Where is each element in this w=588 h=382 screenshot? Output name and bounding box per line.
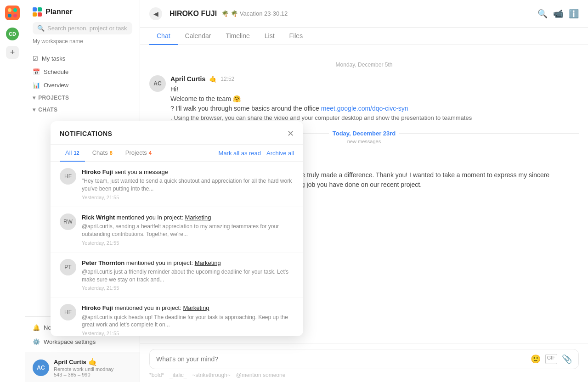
search-icon[interactable]: 🔍	[537, 9, 548, 19]
tab-chat[interactable]: Chat	[149, 28, 178, 45]
notifications-popup-header: NOTIFICATIONS ✕	[51, 121, 303, 145]
notif-time: Yesterday, 21:55	[82, 331, 294, 336]
user-status: Remote work until modnay	[54, 366, 132, 372]
tab-list[interactable]: List	[257, 28, 282, 45]
vacation-emoji: 🌴	[221, 10, 229, 17]
workspace-settings-btn[interactable]: ⚙️ Workspace settings	[25, 335, 140, 349]
workspace-name: My workspace name	[33, 38, 132, 45]
chat-input-area: 🙂 GIF 📎 *bold* _italic_ ~strikethrough~ …	[140, 343, 588, 382]
header-actions: 🔍 📹 ℹ️	[537, 9, 579, 19]
svg-point-4	[13, 14, 17, 17]
sidebar-item-label: Overview	[44, 82, 68, 89]
overview-icon: 📊	[33, 82, 40, 89]
svg-rect-5	[33, 7, 37, 11]
search-bar[interactable]: 🔍 Search person, project or task	[33, 22, 132, 34]
tab-timeline[interactable]: Timeline	[218, 28, 257, 45]
attachment-icon[interactable]: 📎	[562, 354, 572, 364]
chat-person-name: HIROKO FUJI	[170, 10, 217, 18]
tab-all[interactable]: All 12	[60, 145, 85, 162]
notif-body: Peter Thornton mentioned you in project:…	[82, 259, 294, 291]
notif-time: Yesterday, 21:55	[82, 285, 294, 291]
tab-projects-label: Projects	[125, 149, 147, 156]
svg-point-3	[8, 14, 11, 17]
tab-chats[interactable]: Chats 8	[87, 145, 118, 162]
chevron-icon: ▾	[33, 95, 35, 101]
tab-chats-label: Chats	[92, 149, 108, 156]
avatar-initials: AC	[37, 365, 45, 371]
workspace-avatar[interactable]: CD	[6, 28, 19, 40]
notif-body: Hiroko Fuji sent you a message "Hey team…	[82, 168, 294, 200]
notif-sender: Hiroko Fuji mentioned you in project: Ma…	[82, 304, 294, 312]
projects-label: Projects	[38, 95, 69, 101]
chat-input-box[interactable]: 🙂 GIF 📎	[149, 349, 579, 369]
avatar: HF	[60, 304, 76, 320]
notifications-popup: NOTIFICATIONS ✕ All 12 Chats 8 Projects …	[51, 121, 303, 336]
tab-chats-count: 8	[110, 150, 113, 156]
chat-header: ◀ HIROKO FUJI 🌴 🌴 Vacation 23-30.12 🔍 📹 …	[140, 0, 588, 28]
user-name: April Curtis	[54, 359, 86, 365]
svg-point-2	[13, 8, 17, 12]
planner-logo-icon	[33, 7, 42, 17]
chats-section[interactable]: ▾ Chats	[25, 104, 140, 116]
notif-item[interactable]: PT Peter Thornton mentioned you in proje…	[51, 253, 303, 298]
notif-item[interactable]: RW Rick Wright mentioned you in project:…	[51, 207, 303, 253]
msg-line3: ? I'll walk you through some basics arou…	[170, 104, 579, 113]
notif-preview: @april.curtis quick heads up! The deadli…	[82, 314, 294, 329]
message-header: April Curtis 🤙 12:52	[170, 75, 579, 83]
notif-item[interactable]: HF Hiroko Fuji sent you a message "Hey t…	[51, 162, 303, 207]
message-input[interactable]	[156, 355, 531, 363]
tab-all-label: All	[65, 149, 72, 156]
notif-time: Yesterday, 21:55	[82, 240, 294, 246]
tab-projects[interactable]: Projects 4	[120, 145, 157, 162]
notif-preview: @april.curtis just a friendly reminder a…	[82, 268, 294, 284]
tab-projects-count: 4	[149, 150, 152, 156]
emoji-icon[interactable]: 🙂	[531, 354, 541, 364]
gif-icon[interactable]: GIF	[545, 354, 557, 364]
close-icon[interactable]: ✕	[287, 129, 294, 139]
schedule-icon: 📅	[33, 68, 40, 75]
avatar: PT	[60, 259, 76, 275]
projects-section[interactable]: ▾ Projects	[25, 92, 140, 104]
notif-body: Hiroko Fuji mentioned you in project: Ma…	[82, 304, 294, 336]
message-time: 12:52	[220, 76, 234, 82]
tab-all-count: 12	[74, 150, 79, 156]
sidebar-item-my-tasks[interactable]: ☑ My tasks	[25, 52, 140, 65]
search-placeholder: Search person, project or task	[47, 25, 127, 32]
tab-files[interactable]: Files	[282, 28, 311, 45]
italic-hint: _italic_	[170, 372, 187, 378]
notifications-list: HF Hiroko Fuji sent you a message "Hey t…	[51, 162, 303, 336]
vacation-status: 🌴 🌴 Vacation 23-30.12	[221, 10, 288, 17]
sidebar-item-schedule[interactable]: 📅 Schedule	[25, 65, 140, 79]
tab-calendar[interactable]: Calendar	[178, 28, 219, 45]
sidebar-item-label: My tasks	[42, 55, 65, 62]
app-logo[interactable]	[5, 6, 20, 22]
avatar: HF	[60, 168, 76, 185]
icon-sidebar: CD +	[0, 0, 25, 382]
mark-all-read-btn[interactable]: Mark all as read	[219, 150, 261, 157]
msg-line1: Hi!	[170, 84, 579, 94]
sidebar-item-label: Schedule	[44, 68, 68, 75]
notifications-popup-title: NOTIFICATIONS	[60, 130, 112, 137]
notif-sender: Peter Thornton mentioned you in project:…	[82, 259, 294, 267]
chats-label: Chats	[38, 107, 57, 113]
sidebar-item-overview[interactable]: 📊 Overview	[25, 79, 140, 92]
meeting-link[interactable]: meet.google.com/dqo-civc-syn	[321, 105, 408, 112]
archive-all-btn[interactable]: Archive all	[266, 150, 294, 157]
notif-item[interactable]: HF Hiroko Fuji mentioned you in project:…	[51, 298, 303, 336]
back-button[interactable]: ◀	[149, 7, 162, 20]
date-divider: Monday, December 5th	[149, 62, 579, 68]
svg-rect-6	[38, 7, 42, 11]
bell-icon: 🔔	[33, 324, 40, 331]
video-icon[interactable]: 📹	[553, 9, 563, 19]
sender-name: April Curtis	[170, 75, 205, 83]
strike-hint: ~strikethrough~	[192, 372, 230, 378]
notifications-tabs: All 12 Chats 8 Projects 4 Mark all as re…	[51, 145, 303, 162]
input-actions: 🙂 GIF 📎	[531, 354, 572, 364]
notif-body: Rick Wright mentioned you in project: Ma…	[82, 213, 294, 246]
avatar: RW	[60, 213, 76, 230]
add-workspace-btn[interactable]: +	[6, 46, 19, 59]
user-footer[interactable]: AC April Curtis 🤙 Remote work until modn…	[25, 353, 140, 382]
notif-sender: Hiroko Fuji sent you a message	[82, 168, 294, 176]
avatar: AC	[33, 360, 49, 376]
info-icon[interactable]: ℹ️	[569, 9, 579, 19]
